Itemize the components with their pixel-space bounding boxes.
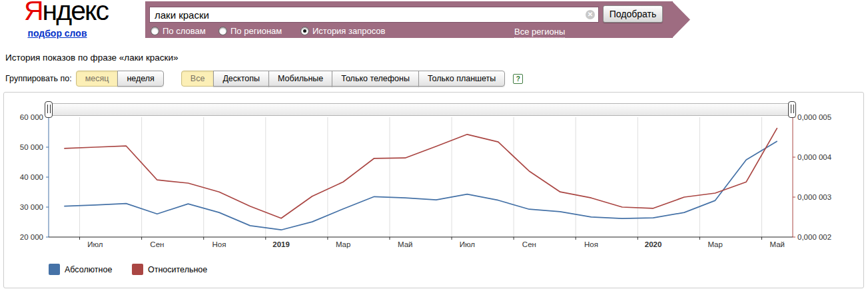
left-axis-label: 60 000: [20, 113, 43, 121]
radio-icon[interactable]: [151, 27, 159, 35]
group-by-label: Группировать по:: [5, 74, 72, 83]
radio-icon[interactable]: [218, 27, 227, 35]
x-axis-label: Мар: [336, 240, 351, 248]
legend-item-1[interactable]: Относительное: [132, 264, 207, 275]
right-axis-label: 0,000 005: [797, 113, 831, 121]
clear-search-icon[interactable]: ✕: [586, 10, 595, 19]
right-axis-label: 0,000 004: [797, 153, 832, 161]
x-axis-label: Сен: [522, 240, 536, 248]
search-mode-radio-0[interactable]: По словам: [151, 26, 206, 36]
search-mode-radio-2[interactable]: История запросов: [300, 26, 386, 36]
left-axis-label: 50 000: [20, 143, 43, 151]
x-axis-label: Ноя: [584, 240, 598, 248]
search-mode-radio-label: По словам: [163, 26, 206, 36]
chart-container: ИюлСенНоя2019МарМайИюлСенНоя2020МарМай60…: [3, 92, 864, 288]
x-axis-label: 2020: [645, 240, 662, 248]
right-axis-label: 0,000 002: [797, 233, 831, 241]
left-axis-label: 20 000: [20, 233, 43, 241]
group-by-button-0[interactable]: месяц: [76, 71, 119, 87]
x-axis-label: Сен: [150, 240, 164, 248]
device-button-2[interactable]: Мобильные: [268, 71, 332, 87]
search-mode-radio-1[interactable]: По регионам: [218, 26, 282, 36]
group-by-buttons: месяцнеделя: [76, 71, 164, 87]
legend-label: Абсолютное: [65, 265, 112, 274]
help-icon[interactable]: ?: [513, 74, 523, 84]
search-input[interactable]: [149, 7, 599, 23]
x-axis-label: Май: [398, 240, 413, 248]
device-button-1[interactable]: Десктопы: [213, 71, 269, 87]
x-axis-label: Июл: [87, 240, 103, 248]
device-button-0[interactable]: Все: [181, 71, 215, 87]
group-by-button-1[interactable]: неделя: [117, 71, 163, 87]
legend-swatch: [132, 264, 143, 275]
wordstat-link[interactable]: подбор слов: [24, 28, 91, 39]
chart-legend: АбсолютноеОтносительное: [4, 264, 863, 278]
x-axis-label: Май: [769, 240, 785, 248]
regions-link[interactable]: Все регионы: [514, 27, 565, 38]
submit-button[interactable]: Подобрать: [603, 5, 663, 23]
search-bar-arrow: [672, 1, 690, 38]
legend-swatch: [49, 264, 60, 275]
right-axis-label: 0,000 003: [797, 193, 831, 201]
search-bar: ✕ Подобрать По словамПо регионамИстория …: [145, 1, 673, 38]
series-relative: [64, 128, 777, 218]
history-chart: ИюлСенНоя2019МарМайИюлСенНоя2020МарМай60…: [4, 93, 863, 288]
left-axis-label: 40 000: [20, 173, 43, 181]
device-button-4[interactable]: Только планшеты: [418, 71, 505, 87]
legend-label: Относительное: [148, 265, 207, 274]
range-slider-left-handle[interactable]: [45, 101, 53, 118]
x-axis-label: Июл: [460, 240, 475, 248]
yandex-logo-rest: ндекс: [43, 0, 108, 26]
controls-row: Группировать по: месяцнеделя ВсеДесктопы…: [5, 71, 523, 87]
left-axis-label: 30 000: [20, 203, 43, 211]
x-axis-label: Мар: [707, 240, 723, 248]
radio-selected-icon[interactable]: [300, 27, 309, 35]
search-mode-radio-label: История запросов: [312, 26, 386, 36]
series-absolute: [64, 141, 777, 230]
yandex-logo[interactable]: Яндекс: [24, 0, 108, 27]
x-axis-label: Ноя: [213, 240, 226, 248]
x-axis-label: 2019: [272, 240, 290, 248]
yandex-logo-ya: Я: [24, 0, 43, 26]
page-title: История показов по фразе «лаки краски»: [5, 53, 179, 63]
range-slider-right-handle[interactable]: [788, 101, 796, 118]
search-mode-radio-label: По регионам: [230, 26, 282, 36]
device-filter-buttons: ВсеДесктопыМобильныеТолько телефоныТольк…: [181, 71, 505, 87]
device-button-3[interactable]: Только телефоны: [332, 71, 419, 87]
range-slider-track[interactable]: [45, 103, 793, 116]
legend-item-0[interactable]: Абсолютное: [49, 264, 112, 275]
